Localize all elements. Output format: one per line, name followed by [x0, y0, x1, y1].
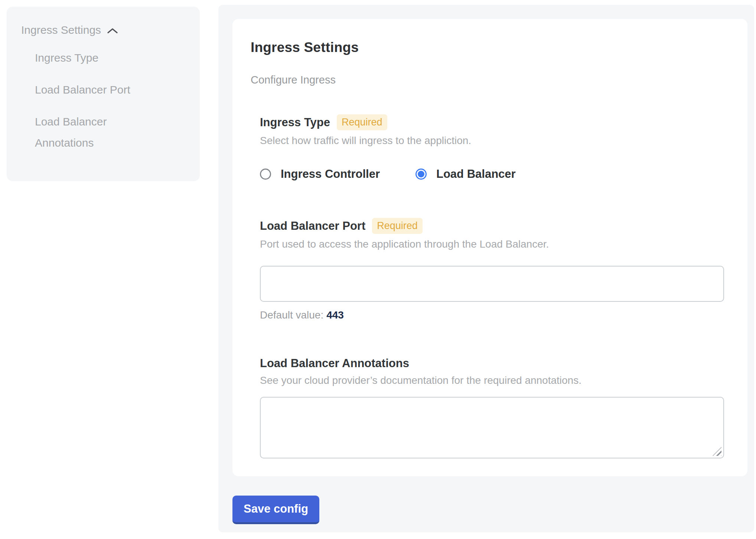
field-label-row: Load Balancer Annotations [260, 357, 724, 370]
page-subtitle: Configure Ingress [251, 74, 724, 86]
annotations-textarea[interactable] [260, 397, 724, 458]
chevron-up-icon [107, 27, 118, 34]
sidebar-group-label: Ingress Settings [21, 24, 101, 36]
save-config-button[interactable]: Save config [232, 496, 319, 524]
required-badge: Required [372, 218, 423, 234]
ingress-settings-card: Ingress Settings Configure Ingress Ingre… [232, 19, 747, 476]
page-title: Ingress Settings [251, 40, 724, 55]
default-value-label: Default value: [260, 309, 323, 321]
field-ingress-type: Ingress Type Required Select how traffic… [260, 114, 724, 181]
field-label-row: Load Balancer Port Required [260, 218, 724, 234]
sidebar-item-load-balancer-port[interactable]: Load Balancer Port [35, 79, 161, 100]
radio-label: Ingress Controller [281, 167, 380, 181]
ingress-type-label: Ingress Type [260, 116, 330, 129]
field-load-balancer-port: Load Balancer Port Required Port used to… [260, 218, 724, 321]
sidebar-item-load-balancer-annotations[interactable]: Load Balancer Annotations [35, 111, 161, 153]
load-balancer-annotations-description: See your cloud provider’s documentation … [260, 375, 724, 386]
ingress-type-radio-group: Ingress Controller Load Balancer [260, 167, 724, 181]
load-balancer-port-label: Load Balancer Port [260, 219, 365, 233]
radio-option-load-balancer[interactable]: Load Balancer [416, 167, 516, 181]
radio-label: Load Balancer [436, 167, 516, 181]
sidebar-items: Ingress Type Load Balancer Port Load Bal… [35, 47, 189, 153]
default-value-hint: Default value:443 [260, 309, 724, 321]
load-balancer-port-input[interactable] [260, 266, 724, 302]
load-balancer-annotations-label: Load Balancer Annotations [260, 357, 409, 370]
radio-icon [416, 169, 427, 180]
field-load-balancer-annotations: Load Balancer Annotations See your cloud… [260, 357, 724, 458]
settings-nav-sidebar: Ingress Settings Ingress Type Load Balan… [7, 7, 200, 181]
sidebar-item-ingress-type[interactable]: Ingress Type [35, 47, 161, 68]
sidebar-group-ingress-settings[interactable]: Ingress Settings [21, 24, 189, 36]
radio-icon [260, 169, 271, 180]
field-label-row: Ingress Type Required [260, 114, 724, 130]
main-panel: Ingress Settings Configure Ingress Ingre… [218, 5, 754, 532]
ingress-type-description: Select how traffic will ingress to the a… [260, 135, 724, 147]
radio-option-ingress-controller[interactable]: Ingress Controller [260, 167, 380, 181]
load-balancer-port-description: Port used to access the application thro… [260, 238, 724, 250]
default-value-number: 443 [326, 309, 344, 321]
required-badge: Required [337, 114, 387, 130]
annotations-textarea-wrap [260, 397, 724, 458]
